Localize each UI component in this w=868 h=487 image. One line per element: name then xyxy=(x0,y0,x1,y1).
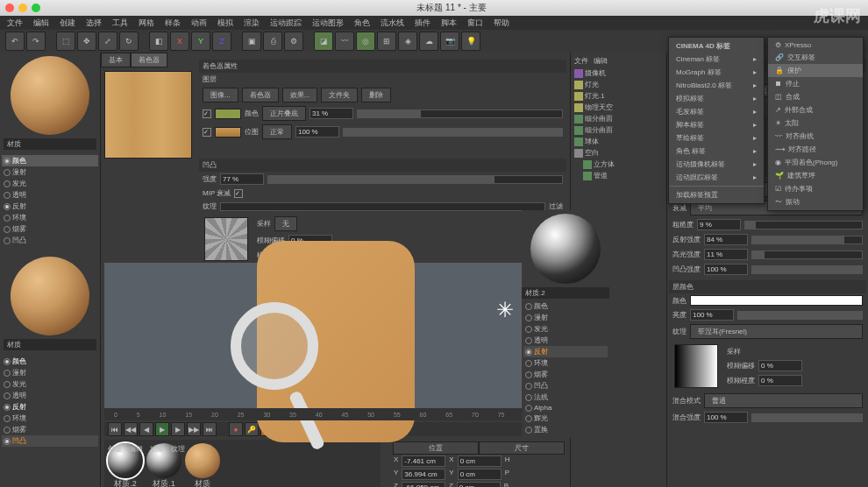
menu-simulate[interactable]: 模拟 xyxy=(217,18,233,29)
layer1-value[interactable] xyxy=(309,108,353,119)
prev-key[interactable]: ◀◀ xyxy=(124,422,138,436)
tag-motrack[interactable]: 运动跟踪标签▸ xyxy=(669,171,764,184)
blur-off[interactable] xyxy=(758,360,802,371)
next-key[interactable]: ▶▶ xyxy=(187,422,201,436)
refl-input[interactable] xyxy=(704,234,748,245)
layer2-blend[interactable]: 正常 xyxy=(262,124,292,139)
mb-edit[interactable]: 编辑 xyxy=(129,444,143,454)
strength-input[interactable] xyxy=(220,173,264,185)
redo-button[interactable]: ↷ xyxy=(26,32,46,51)
mix-slider[interactable] xyxy=(751,413,863,422)
channel2-refl[interactable]: 反射 xyxy=(2,401,98,413)
menu-window[interactable]: 窗口 xyxy=(467,18,483,29)
m2-disp[interactable]: 置换 xyxy=(523,424,608,435)
refl-slider[interactable] xyxy=(751,236,863,244)
close-button[interactable] xyxy=(5,4,14,12)
obj-sds1[interactable]: 细分曲面 xyxy=(573,113,665,124)
channel-refl[interactable]: 反射 xyxy=(2,201,98,212)
menu-spline[interactable]: 样条 xyxy=(165,18,181,29)
channel-lumin[interactable]: 发光 xyxy=(2,178,98,189)
mat-thumb-3[interactable] xyxy=(185,443,220,478)
sub-vibrate[interactable]: 〜振动 xyxy=(768,195,863,208)
tag-mocam[interactable]: 运动摄像机标签▸ xyxy=(669,158,764,171)
select-tool[interactable]: ⬚ xyxy=(56,32,75,51)
bump-input[interactable] xyxy=(704,264,748,275)
menu-pipeline[interactable]: 流水线 xyxy=(381,18,404,29)
rough-input[interactable] xyxy=(697,219,741,230)
m2-alpha[interactable]: Alpha xyxy=(523,403,608,413)
play-button[interactable]: ▶ xyxy=(155,422,169,436)
channel2-fog[interactable]: 烟雾 xyxy=(2,424,98,435)
channel-diffuse[interactable]: 漫射 xyxy=(2,166,98,178)
texture-preview[interactable] xyxy=(104,71,192,159)
prev-frame[interactable]: ◀ xyxy=(139,422,153,436)
obj-cube[interactable]: 立方体 xyxy=(573,159,665,170)
m2-fog[interactable]: 烟雾 xyxy=(523,369,608,380)
menu-animate[interactable]: 动画 xyxy=(191,18,207,29)
camera-tool[interactable]: 📷 xyxy=(440,32,459,51)
minimize-button[interactable] xyxy=(18,4,27,12)
menu-select[interactable]: 选择 xyxy=(86,18,102,29)
goto-start[interactable]: ⏮ xyxy=(108,422,122,436)
goto-end[interactable]: ⏭ xyxy=(203,422,217,436)
menu-render[interactable]: 渲染 xyxy=(244,18,260,29)
menu-motiontrack[interactable]: 运动跟踪 xyxy=(270,18,302,29)
material2-preview[interactable] xyxy=(530,214,601,284)
m2-env[interactable]: 环境 xyxy=(523,357,608,369)
btn-image[interactable]: 图像... xyxy=(203,88,238,102)
environment-tool[interactable]: ☁ xyxy=(419,32,438,51)
render-picture[interactable]: ⎙ xyxy=(263,32,282,51)
spec-input[interactable] xyxy=(704,249,748,260)
om-edit[interactable]: 编辑 xyxy=(594,56,608,66)
tool-7[interactable]: ◧ xyxy=(149,32,168,51)
sub-todo[interactable]: ☑待办事项 xyxy=(768,182,863,195)
generator-tool[interactable]: ⊞ xyxy=(377,32,396,51)
obj-null[interactable]: 空白 xyxy=(573,147,665,159)
refl-color[interactable] xyxy=(690,295,863,306)
texture-dropdown[interactable] xyxy=(220,202,545,211)
mb-create[interactable]: 创建 xyxy=(108,444,122,454)
sub-stop[interactable]: ⏹停止 xyxy=(768,77,863,90)
btn-effect[interactable]: 效果... xyxy=(282,88,318,102)
sub-extcomp[interactable]: ↗外部合成 xyxy=(768,103,863,116)
mb-func[interactable]: 功能 xyxy=(150,444,164,454)
y-pos[interactable] xyxy=(402,469,445,480)
channel-color[interactable]: 颜色 xyxy=(2,155,98,166)
m2-color[interactable]: 颜色 xyxy=(523,300,608,312)
layer2-enable[interactable] xyxy=(203,128,211,137)
channel-bump[interactable]: 凹凸 xyxy=(2,235,98,246)
menu-mograph[interactable]: 运动图形 xyxy=(312,18,344,29)
menu-plugins[interactable]: 插件 xyxy=(415,18,430,29)
rough-slider[interactable] xyxy=(744,221,863,229)
obj-sphere[interactable]: 球体 xyxy=(573,136,665,147)
next-frame[interactable]: ▶ xyxy=(171,422,185,436)
fresnel-thumb[interactable] xyxy=(674,344,718,388)
autokey[interactable]: 🔑 xyxy=(245,422,259,436)
layer1-blend[interactable]: 正片叠底 xyxy=(262,106,306,121)
scale-tool[interactable]: ⤢ xyxy=(98,32,117,51)
menu-tools[interactable]: 工具 xyxy=(112,18,128,29)
z-axis[interactable]: Z xyxy=(212,32,231,51)
layer1-slider[interactable] xyxy=(357,109,563,118)
cube-primitive[interactable]: ◪ xyxy=(314,32,333,51)
tag-cineman[interactable]: Cineman 标签▸ xyxy=(669,53,764,66)
material-preview-2[interactable] xyxy=(11,257,89,335)
tab-shader[interactable]: 着色器 xyxy=(131,53,167,67)
obj-sds2[interactable]: 细分曲面 xyxy=(573,124,665,136)
menu-create[interactable]: 创建 xyxy=(60,18,75,29)
sub-interact[interactable]: 🔗交互标签 xyxy=(768,51,863,64)
bright-input[interactable] xyxy=(690,309,734,321)
texture-thumbnail[interactable] xyxy=(204,217,248,261)
menu-script[interactable]: 脚本 xyxy=(441,18,457,29)
menu-edit[interactable]: 编辑 xyxy=(33,18,49,29)
tag-mograph[interactable]: MoGraph 标签▸ xyxy=(669,66,764,79)
layer2-slider[interactable] xyxy=(343,128,563,137)
channel2-lumin[interactable]: 发光 xyxy=(2,378,98,390)
nurbs-tool[interactable]: ◎ xyxy=(356,32,375,51)
channel2-color[interactable]: 颜色 xyxy=(2,356,98,367)
blur-amt[interactable] xyxy=(758,375,802,386)
x-size[interactable] xyxy=(458,455,502,467)
obj-sky[interactable]: 物理天空 xyxy=(573,102,665,113)
om-file[interactable]: 文件 xyxy=(574,56,588,66)
render-view[interactable]: ▣ xyxy=(242,32,261,51)
